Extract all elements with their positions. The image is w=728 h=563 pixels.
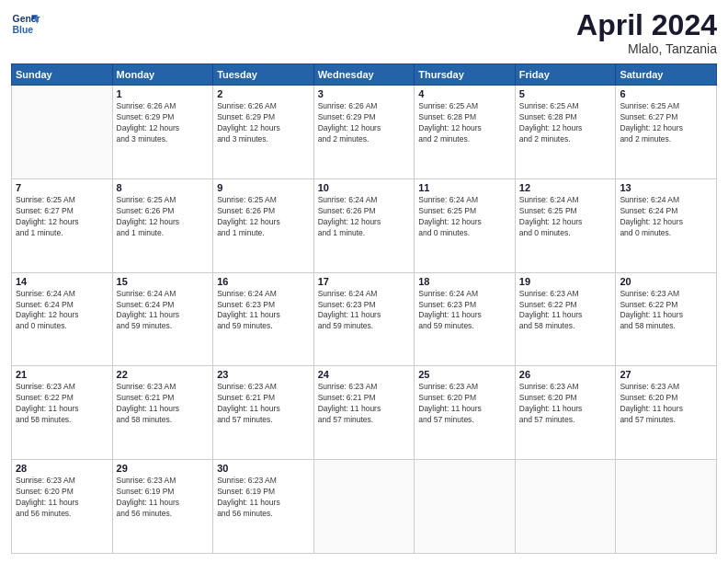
calendar-cell: 23Sunrise: 6:23 AMSunset: 6:21 PMDayligh… <box>213 366 314 460</box>
day-number: 22 <box>117 369 210 380</box>
calendar-cell: 14Sunrise: 6:24 AMSunset: 6:24 PMDayligh… <box>12 272 113 366</box>
day-info: Sunrise: 6:24 AMSunset: 6:23 PMDaylight:… <box>318 289 411 333</box>
day-info: Sunrise: 6:25 AMSunset: 6:28 PMDaylight:… <box>519 101 612 145</box>
day-number: 28 <box>16 463 108 474</box>
calendar-cell: 18Sunrise: 6:24 AMSunset: 6:23 PMDayligh… <box>415 272 516 366</box>
day-number: 20 <box>620 276 712 287</box>
day-info: Sunrise: 6:23 AMSunset: 6:21 PMDaylight:… <box>117 382 210 426</box>
calendar-cell: 15Sunrise: 6:24 AMSunset: 6:24 PMDayligh… <box>112 272 213 366</box>
day-number: 13 <box>620 182 712 193</box>
day-info: Sunrise: 6:23 AMSunset: 6:21 PMDaylight:… <box>217 382 310 426</box>
svg-text:Blue: Blue <box>13 25 34 35</box>
day-info: Sunrise: 6:25 AMSunset: 6:28 PMDaylight:… <box>418 101 511 145</box>
location: Mlalo, Tanzania <box>576 41 717 56</box>
day-number: 1 <box>117 88 210 99</box>
calendar-cell: 7Sunrise: 6:25 AMSunset: 6:27 PMDaylight… <box>12 178 113 272</box>
day-info: Sunrise: 6:23 AMSunset: 6:22 PMDaylight:… <box>620 289 712 333</box>
calendar-cell: 25Sunrise: 6:23 AMSunset: 6:20 PMDayligh… <box>415 366 516 460</box>
calendar-cell: 24Sunrise: 6:23 AMSunset: 6:21 PMDayligh… <box>313 366 415 460</box>
day-number: 17 <box>318 276 411 287</box>
calendar-cell <box>313 460 415 554</box>
day-number: 18 <box>418 276 511 287</box>
day-info: Sunrise: 6:25 AMSunset: 6:27 PMDaylight:… <box>620 101 712 145</box>
calendar-cell: 20Sunrise: 6:23 AMSunset: 6:22 PMDayligh… <box>616 272 717 366</box>
calendar-cell: 4Sunrise: 6:25 AMSunset: 6:28 PMDaylight… <box>415 86 516 179</box>
day-number: 15 <box>117 276 210 287</box>
day-number: 5 <box>519 88 612 99</box>
day-number: 30 <box>217 463 310 474</box>
day-number: 19 <box>519 276 612 287</box>
calendar-cell: 21Sunrise: 6:23 AMSunset: 6:22 PMDayligh… <box>12 366 113 460</box>
calendar-cell: 30Sunrise: 6:23 AMSunset: 6:19 PMDayligh… <box>213 460 314 554</box>
calendar-cell: 10Sunrise: 6:24 AMSunset: 6:26 PMDayligh… <box>313 178 415 272</box>
calendar-cell: 13Sunrise: 6:24 AMSunset: 6:24 PMDayligh… <box>616 178 717 272</box>
calendar-cell: 8Sunrise: 6:25 AMSunset: 6:26 PMDaylight… <box>112 178 213 272</box>
calendar-cell: 2Sunrise: 6:26 AMSunset: 6:29 PMDaylight… <box>213 86 314 179</box>
title-block: April 2024 Mlalo, Tanzania <box>576 9 717 56</box>
day-number: 2 <box>217 88 310 99</box>
day-number: 14 <box>16 276 108 287</box>
day-info: Sunrise: 6:24 AMSunset: 6:26 PMDaylight:… <box>318 195 411 239</box>
day-info: Sunrise: 6:25 AMSunset: 6:26 PMDaylight:… <box>217 195 310 239</box>
calendar-cell <box>616 460 717 554</box>
day-number: 12 <box>519 182 612 193</box>
col-header-monday: Monday <box>112 64 213 86</box>
calendar-cell <box>515 460 616 554</box>
logo: General Blue <box>11 9 40 39</box>
day-info: Sunrise: 6:26 AMSunset: 6:29 PMDaylight:… <box>217 101 310 145</box>
day-info: Sunrise: 6:23 AMSunset: 6:21 PMDaylight:… <box>318 382 411 426</box>
calendar-cell: 6Sunrise: 6:25 AMSunset: 6:27 PMDaylight… <box>616 86 717 179</box>
calendar-cell: 22Sunrise: 6:23 AMSunset: 6:21 PMDayligh… <box>112 366 213 460</box>
day-info: Sunrise: 6:24 AMSunset: 6:24 PMDaylight:… <box>620 195 712 239</box>
day-info: Sunrise: 6:23 AMSunset: 6:20 PMDaylight:… <box>620 382 712 426</box>
day-info: Sunrise: 6:23 AMSunset: 6:22 PMDaylight:… <box>519 289 612 333</box>
calendar-cell: 28Sunrise: 6:23 AMSunset: 6:20 PMDayligh… <box>12 460 113 554</box>
day-info: Sunrise: 6:24 AMSunset: 6:24 PMDaylight:… <box>117 289 210 333</box>
calendar-cell: 26Sunrise: 6:23 AMSunset: 6:20 PMDayligh… <box>515 366 616 460</box>
day-info: Sunrise: 6:24 AMSunset: 6:23 PMDaylight:… <box>418 289 511 333</box>
calendar-cell: 12Sunrise: 6:24 AMSunset: 6:25 PMDayligh… <box>515 178 616 272</box>
day-info: Sunrise: 6:23 AMSunset: 6:22 PMDaylight:… <box>16 382 108 426</box>
col-header-saturday: Saturday <box>616 64 717 86</box>
col-header-friday: Friday <box>515 64 616 86</box>
day-number: 25 <box>418 369 511 380</box>
day-number: 8 <box>117 182 210 193</box>
day-info: Sunrise: 6:25 AMSunset: 6:27 PMDaylight:… <box>16 195 108 239</box>
day-number: 4 <box>418 88 511 99</box>
day-number: 16 <box>217 276 310 287</box>
month-title: April 2024 <box>576 9 717 41</box>
day-number: 9 <box>217 182 310 193</box>
calendar-cell: 9Sunrise: 6:25 AMSunset: 6:26 PMDaylight… <box>213 178 314 272</box>
day-info: Sunrise: 6:24 AMSunset: 6:25 PMDaylight:… <box>519 195 612 239</box>
calendar-cell: 16Sunrise: 6:24 AMSunset: 6:23 PMDayligh… <box>213 272 314 366</box>
day-number: 7 <box>16 182 108 193</box>
day-number: 23 <box>217 369 310 380</box>
calendar-cell: 17Sunrise: 6:24 AMSunset: 6:23 PMDayligh… <box>313 272 415 366</box>
day-number: 6 <box>620 88 712 99</box>
day-info: Sunrise: 6:26 AMSunset: 6:29 PMDaylight:… <box>318 101 411 145</box>
day-info: Sunrise: 6:24 AMSunset: 6:23 PMDaylight:… <box>217 289 310 333</box>
day-number: 27 <box>620 369 712 380</box>
calendar-cell <box>12 86 113 179</box>
calendar-table: SundayMondayTuesdayWednesdayThursdayFrid… <box>11 63 717 554</box>
day-info: Sunrise: 6:23 AMSunset: 6:20 PMDaylight:… <box>519 382 612 426</box>
col-header-sunday: Sunday <box>12 64 113 86</box>
day-info: Sunrise: 6:23 AMSunset: 6:20 PMDaylight:… <box>16 476 108 520</box>
calendar-cell: 5Sunrise: 6:25 AMSunset: 6:28 PMDaylight… <box>515 86 616 179</box>
day-info: Sunrise: 6:23 AMSunset: 6:19 PMDaylight:… <box>117 476 210 520</box>
calendar-cell <box>415 460 516 554</box>
day-number: 3 <box>318 88 411 99</box>
day-number: 26 <box>519 369 612 380</box>
day-number: 11 <box>418 182 511 193</box>
calendar-cell: 11Sunrise: 6:24 AMSunset: 6:25 PMDayligh… <box>415 178 516 272</box>
day-info: Sunrise: 6:23 AMSunset: 6:19 PMDaylight:… <box>217 476 310 520</box>
day-info: Sunrise: 6:23 AMSunset: 6:20 PMDaylight:… <box>418 382 511 426</box>
day-info: Sunrise: 6:26 AMSunset: 6:29 PMDaylight:… <box>117 101 210 145</box>
day-info: Sunrise: 6:24 AMSunset: 6:24 PMDaylight:… <box>16 289 108 333</box>
calendar-cell: 1Sunrise: 6:26 AMSunset: 6:29 PMDaylight… <box>112 86 213 179</box>
calendar-cell: 29Sunrise: 6:23 AMSunset: 6:19 PMDayligh… <box>112 460 213 554</box>
col-header-wednesday: Wednesday <box>313 64 415 86</box>
col-header-thursday: Thursday <box>415 64 516 86</box>
day-number: 24 <box>318 369 411 380</box>
calendar-cell: 19Sunrise: 6:23 AMSunset: 6:22 PMDayligh… <box>515 272 616 366</box>
